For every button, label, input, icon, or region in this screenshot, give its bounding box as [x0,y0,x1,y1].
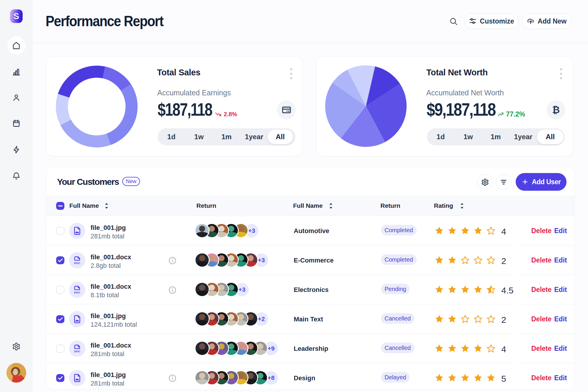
svg-text:DOC: DOC [74,261,80,265]
svg-text:DOC: DOC [74,350,80,353]
svg-text:DOC: DOC [74,291,80,294]
